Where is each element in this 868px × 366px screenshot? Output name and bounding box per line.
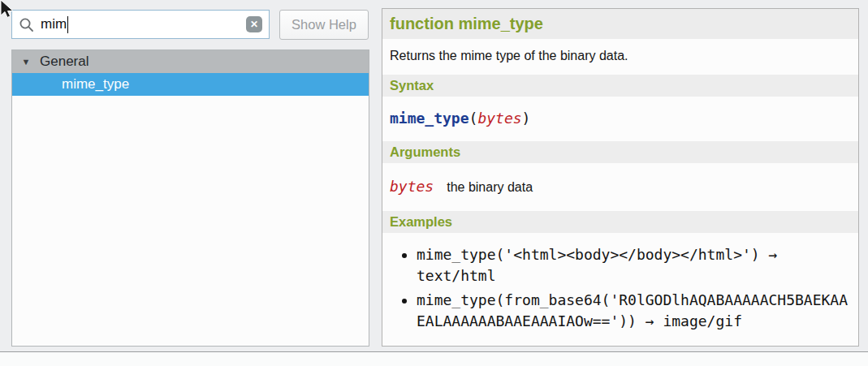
example-item: mime_type(from_base64('R0lGODlhAQABAAAAA… (417, 290, 850, 332)
show-help-button[interactable]: Show Help (279, 10, 369, 40)
argument-description: the binary data (447, 180, 533, 195)
help-content-panel: function mime_type Returns the mime type… (382, 8, 859, 347)
clear-search-icon[interactable]: ✕ (246, 16, 262, 32)
window-bottom-edge (0, 352, 868, 366)
syntax-close-paren: ) (522, 110, 531, 127)
search-icon (19, 17, 34, 32)
argument-name: bytes (390, 178, 434, 195)
example-item: mime_type('<html><body></body></html>') … (417, 244, 850, 286)
examples-heading: Examples (382, 211, 858, 233)
tree-group-general[interactable]: ▼ General (12, 50, 369, 73)
examples-list: mime_type('<html><body></body></html>') … (382, 244, 858, 332)
search-input[interactable]: mim ✕ (11, 10, 270, 39)
tree-group-label: General (40, 54, 89, 70)
tree-item-label: mime_type (62, 76, 129, 93)
text-caret (67, 16, 68, 33)
collapse-arrow-icon[interactable]: ▼ (19, 57, 33, 67)
function-tree: ▼ General mime_type (11, 50, 369, 347)
syntax-open-paren: ( (469, 110, 478, 127)
syntax-function-name: mime_type (390, 110, 469, 127)
search-value: mim (41, 16, 67, 32)
syntax-heading: Syntax (382, 75, 858, 97)
tree-item-mime-type[interactable]: mime_type (12, 73, 369, 96)
arguments-heading: Arguments (382, 141, 858, 163)
doc-description: Returns the mime type of the binary data… (382, 49, 858, 63)
doc-title: function mime_type (382, 9, 858, 39)
syntax-code: mime_type(bytes) (382, 110, 858, 127)
syntax-argument: bytes (477, 110, 521, 127)
argument-row: bytes the binary data (382, 178, 858, 195)
